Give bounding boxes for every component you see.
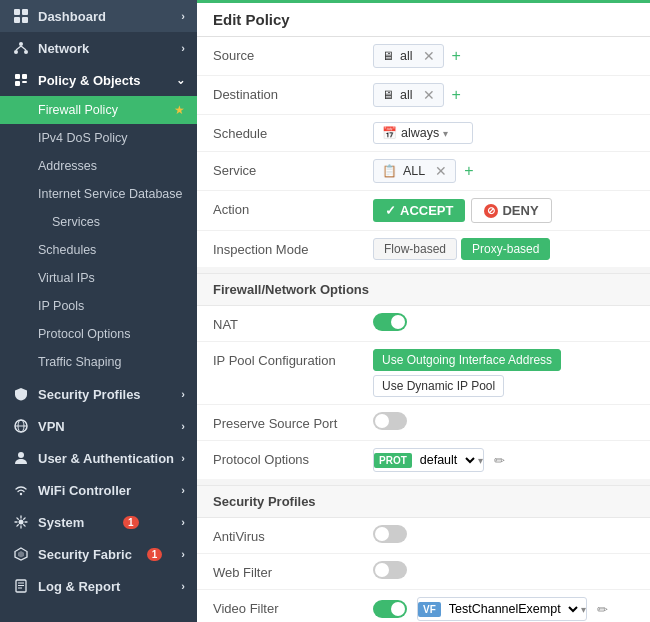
protocol-options-edit-icon[interactable]: ✏ xyxy=(488,453,511,468)
schedule-select-box[interactable]: 📅 always ▾ xyxy=(373,122,473,144)
log-icon xyxy=(12,577,30,595)
sidebar-item-security-fabric[interactable]: Security Fabric 1 › xyxy=(0,538,197,570)
sidebar-item-addresses[interactable]: Addresses xyxy=(0,152,197,180)
user-icon xyxy=(12,449,30,467)
chevron-right-icon: › xyxy=(181,484,185,496)
source-add-btn[interactable]: + xyxy=(448,47,465,65)
video-filter-label: Video Filter xyxy=(213,597,373,616)
sidebar-item-traffic-shaping[interactable]: Traffic Shaping xyxy=(0,348,197,376)
svg-point-4 xyxy=(19,42,23,46)
svg-rect-3 xyxy=(22,17,28,23)
use-outgoing-interface-btn[interactable]: Use Outgoing Interface Address xyxy=(373,349,561,371)
sidebar-item-log-report[interactable]: Log & Report › xyxy=(0,570,197,602)
sidebar-item-policy-objects[interactable]: Policy & Objects ⌄ xyxy=(0,64,197,96)
service-icon: 📋 xyxy=(382,164,397,178)
nat-toggle[interactable] xyxy=(373,313,407,331)
star-icon: ★ xyxy=(174,103,185,117)
firewall-network-title: Firewall/Network Options xyxy=(197,273,650,306)
schedule-row: Schedule 📅 always ▾ xyxy=(197,115,650,152)
sidebar-item-services[interactable]: Services xyxy=(0,208,197,236)
svg-point-16 xyxy=(18,452,24,458)
vf-badge: VF xyxy=(418,602,441,617)
prot-badge: PROT xyxy=(374,453,412,468)
antivirus-control xyxy=(373,525,634,543)
sidebar-item-user-auth[interactable]: User & Authentication › xyxy=(0,442,197,474)
svg-rect-10 xyxy=(22,74,27,79)
page-title: Edit Policy xyxy=(197,3,650,37)
protocol-options-dropdown[interactable]: PROT default ▾ xyxy=(373,448,484,472)
source-tag[interactable]: 🖥 all ✕ xyxy=(373,44,444,68)
svg-marker-20 xyxy=(18,551,24,558)
chevron-right-icon: › xyxy=(181,42,185,54)
deny-button[interactable]: ⊘ DENY xyxy=(471,198,551,223)
service-remove-btn[interactable]: ✕ xyxy=(435,163,447,179)
sidebar-item-system[interactable]: System 1 › xyxy=(0,506,197,538)
ip-pool-label: IP Pool Configuration xyxy=(213,349,373,368)
sidebar-item-internet-service-db[interactable]: Internet Service Database xyxy=(0,180,197,208)
web-filter-control xyxy=(373,561,634,579)
video-filter-toggle[interactable] xyxy=(373,600,407,618)
sidebar-item-firewall-policy[interactable]: Firewall Policy ★ xyxy=(0,96,197,124)
antivirus-row: AntiVirus xyxy=(197,518,650,554)
svg-rect-1 xyxy=(22,9,28,15)
source-remove-btn[interactable]: ✕ xyxy=(423,48,435,64)
video-filter-edit-icon[interactable]: ✏ xyxy=(591,602,614,617)
checkmark-icon: ✓ xyxy=(385,203,396,218)
sidebar-item-vpn[interactable]: VPN › xyxy=(0,410,197,442)
antivirus-toggle[interactable] xyxy=(373,525,407,543)
web-filter-toggle[interactable] xyxy=(373,561,407,579)
dashboard-icon xyxy=(12,7,30,25)
ip-pool-row: IP Pool Configuration Use Outgoing Inter… xyxy=(197,342,650,405)
destination-row: Destination 🖥 all ✕ + xyxy=(197,76,650,115)
antivirus-label: AntiVirus xyxy=(213,525,373,544)
calendar-icon: 📅 xyxy=(382,126,397,140)
sidebar-item-network[interactable]: Network › xyxy=(0,32,197,64)
video-filter-dropdown[interactable]: VF TestChannelExempt ▾ xyxy=(417,597,587,621)
destination-add-btn[interactable]: + xyxy=(448,86,465,104)
nat-label: NAT xyxy=(213,313,373,332)
preserve-source-port-toggle[interactable] xyxy=(373,412,407,430)
dropdown-arrow-icon: ▾ xyxy=(478,455,483,466)
inspection-control: Flow-based Proxy-based xyxy=(373,238,634,260)
video-filter-select[interactable]: TestChannelExempt xyxy=(441,598,581,620)
destination-tag[interactable]: 🖥 all ✕ xyxy=(373,83,444,107)
sidebar-item-ipv4-dos-policy[interactable]: IPv4 DoS Policy xyxy=(0,124,197,152)
accept-button[interactable]: ✓ ACCEPT xyxy=(373,199,465,222)
ip-pool-control: Use Outgoing Interface Address Use Dynam… xyxy=(373,349,634,397)
preserve-source-port-label: Preserve Source Port xyxy=(213,412,373,431)
schedule-control: 📅 always ▾ xyxy=(373,122,634,144)
sidebar-item-protocol-options[interactable]: Protocol Options xyxy=(0,320,197,348)
destination-control: 🖥 all ✕ + xyxy=(373,83,634,107)
svg-point-18 xyxy=(19,520,24,525)
chevron-right-icon: › xyxy=(181,10,185,22)
main-content: Edit Policy Source 🖥 all ✕ + Destination… xyxy=(197,0,650,622)
dropdown-arrow-icon: ▾ xyxy=(443,128,448,139)
protocol-options-label: Protocol Options xyxy=(213,448,373,467)
security-profiles-section: Security Profiles AntiVirus Web Filter V… xyxy=(197,485,650,622)
service-row: Service 📋 ALL ✕ + xyxy=(197,152,650,191)
inspection-mode-row: Inspection Mode Flow-based Proxy-based xyxy=(197,231,650,267)
vpn-icon xyxy=(12,417,30,435)
use-dynamic-ip-pool-btn[interactable]: Use Dynamic IP Pool xyxy=(373,375,504,397)
sidebar-item-schedules[interactable]: Schedules xyxy=(0,236,197,264)
sidebar-item-wifi-controller[interactable]: WiFi Controller › xyxy=(0,474,197,506)
service-control: 📋 ALL ✕ + xyxy=(373,159,634,183)
service-tag[interactable]: 📋 ALL ✕ xyxy=(373,159,456,183)
action-row: Action ✓ ACCEPT ⊘ DENY xyxy=(197,191,650,231)
chevron-right-icon: › xyxy=(181,452,185,464)
sidebar-item-ip-pools[interactable]: IP Pools xyxy=(0,292,197,320)
protocol-options-select[interactable]: default xyxy=(412,449,478,471)
sidebar-item-dashboard[interactable]: Dashboard › xyxy=(0,0,197,32)
sidebar-item-virtual-ips[interactable]: Virtual IPs xyxy=(0,264,197,292)
destination-remove-btn[interactable]: ✕ xyxy=(423,87,435,103)
chevron-right-icon: › xyxy=(181,548,185,560)
proxy-based-button[interactable]: Proxy-based xyxy=(461,238,550,260)
web-filter-row: Web Filter xyxy=(197,554,650,590)
web-filter-label: Web Filter xyxy=(213,561,373,580)
protocol-options-control: PROT default ▾ ✏ xyxy=(373,448,634,472)
nat-row: NAT xyxy=(197,306,650,342)
flow-based-button[interactable]: Flow-based xyxy=(373,238,457,260)
video-filter-control: VF TestChannelExempt ▾ ✏ xyxy=(373,597,634,621)
sidebar-item-security-profiles[interactable]: Security Profiles › xyxy=(0,378,197,410)
service-add-btn[interactable]: + xyxy=(460,162,477,180)
